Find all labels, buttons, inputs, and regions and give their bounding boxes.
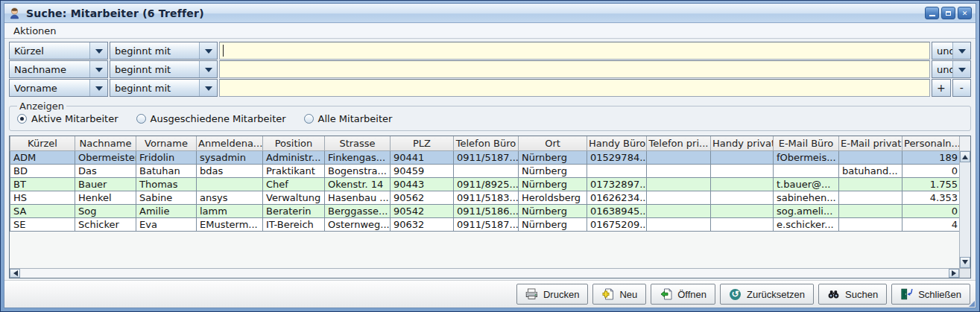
neu-button[interactable]: Neu [592,284,646,305]
table-cell[interactable]: bdas [197,165,263,178]
table-cell[interactable]: SA [10,205,75,218]
table-cell[interactable]: 90632 [391,218,454,232]
operator-select[interactable]: beginnt mit [110,79,218,97]
table-cell[interactable]: Das [75,165,136,178]
table-cell[interactable]: Bogenstra... [325,165,391,178]
table-row[interactable]: BTBauerThomasChefOkenstr. 14904430911/89… [10,178,960,191]
table-cell[interactable]: 01638945... [587,205,647,218]
table-cell[interactable] [839,191,902,205]
table-cell[interactable] [647,165,711,178]
table-cell[interactable]: Fridolin [136,151,197,165]
table-cell[interactable]: HS [10,191,75,205]
table-cell[interactable] [647,218,711,232]
table-cell[interactable] [839,151,902,165]
horizontal-scrollbar[interactable] [10,268,959,278]
column-header[interactable]: PLZ [391,136,454,151]
table-cell[interactable]: Batuhan [136,165,197,178]
table-cell[interactable] [774,165,839,178]
column-header[interactable]: Strasse [325,136,391,151]
table-cell[interactable] [587,165,647,178]
table-cell[interactable]: Administr... [263,151,325,165]
field-select[interactable]: Vorname [9,79,108,97]
table-cell[interactable]: t.bauer@... [774,178,839,191]
minimize-icon[interactable] [925,7,939,19]
table-cell[interactable]: Thomas [136,178,197,191]
radio-control[interactable] [136,114,146,124]
column-header[interactable]: Telefon Büro [454,136,519,151]
table-cell[interactable]: 90459 [391,165,454,178]
chevron-down-icon[interactable] [952,42,970,59]
table-cell[interactable] [711,191,774,205]
search-value-input[interactable] [219,60,930,78]
table-cell[interactable]: Osternweg... [325,218,391,232]
table-cell[interactable]: 90443 [391,178,454,191]
maximize-icon[interactable] [941,7,955,19]
column-header[interactable]: Handy Büro [587,136,647,151]
close-icon[interactable] [958,7,972,19]
title-bar[interactable]: Suche: Mitarbeiter (6 Treffer) [4,4,976,23]
table-cell[interactable]: BT [10,178,75,191]
column-header[interactable]: E-Mail Büro [774,136,839,151]
column-header[interactable]: E-Mail privat [839,136,902,151]
table-cell[interactable]: 01529784... [587,151,647,165]
table-row[interactable]: HSHenkelSabineansysVerwaltungHasenbau ..… [10,191,960,205]
scroll-down-icon[interactable] [960,257,970,268]
drucken-button[interactable]: Drucken [516,284,588,305]
table-cell[interactable]: SE [10,218,75,232]
table-cell[interactable]: lamm [197,205,263,218]
connector-select[interactable]: und [932,42,971,60]
radio-control[interactable] [17,114,27,124]
scroll-left-icon[interactable] [10,269,20,278]
field-select[interactable]: Kürzel [9,42,108,60]
table-cell[interactable]: fObermeis... [774,151,839,165]
radio-alle-mitarbeiter[interactable]: Alle Mitarbeiter [304,113,393,124]
table-row[interactable]: SESchickerEvaEMusterm...IT-BereichOstern… [10,218,960,232]
column-header[interactable]: Nachname [75,136,136,151]
table-cell[interactable]: 4.353 [902,191,960,205]
column-header[interactable]: Handy privat [711,136,774,151]
table-cell[interactable] [711,205,774,218]
table-cell[interactable]: Schicker [75,218,136,232]
table-cell[interactable]: Verwaltung [263,191,325,205]
column-header[interactable]: Vorname [136,136,197,151]
operator-select[interactable]: beginnt mit [110,42,218,60]
search-value-input[interactable] [219,42,930,60]
table-cell[interactable]: Okenstr. 14 [325,178,391,191]
chevron-down-icon[interactable] [199,61,217,77]
connector-select[interactable]: und [932,60,971,78]
table-cell[interactable]: Heroldsberg [519,191,587,205]
table-cell[interactable]: Bauer [75,178,136,191]
table-cell[interactable]: 0911/5183... [454,191,519,205]
table-cell[interactable] [711,218,774,232]
table-row[interactable]: SASogAmilielammBeraterinBerggasse...9054… [10,205,960,218]
table-cell[interactable]: Berggasse... [325,205,391,218]
table-cell[interactable] [647,191,711,205]
table-cell[interactable]: 01675209... [587,218,647,232]
table-cell[interactable]: Eva [136,218,197,232]
table-cell[interactable]: Obermeister [75,151,136,165]
table-cell[interactable] [711,151,774,165]
radio-control[interactable] [304,114,314,124]
table-cell[interactable]: 0911/5187... [454,151,519,165]
menu-aktionen[interactable]: Aktionen [9,25,61,37]
zuruecksetzen-button[interactable]: ↺ Zurücksetzen [720,284,814,305]
table-cell[interactable]: 90562 [391,191,454,205]
table-cell[interactable]: Praktikant [263,165,325,178]
vertical-scrollbar[interactable] [959,136,970,268]
table-cell[interactable] [647,151,711,165]
table-cell[interactable]: sysadmin [197,151,263,165]
table-cell[interactable] [647,178,711,191]
table-cell[interactable]: 0 [902,205,960,218]
field-select[interactable]: Nachname [9,60,108,78]
table-cell[interactable]: ADM [10,151,75,165]
chevron-down-icon[interactable] [89,80,107,96]
table-cell[interactable]: BD [10,165,75,178]
table-cell[interactable]: 0911/8925... [454,178,519,191]
table-cell[interactable]: 90441 [391,151,454,165]
table-cell[interactable]: 01626234... [587,191,647,205]
table-cell[interactable]: Nürnberg [519,205,587,218]
chevron-down-icon[interactable] [89,42,107,59]
oeffnen-button[interactable]: Öffnen [651,284,715,305]
table-cell[interactable]: 01732897... [587,178,647,191]
table-cell[interactable]: Beraterin [263,205,325,218]
